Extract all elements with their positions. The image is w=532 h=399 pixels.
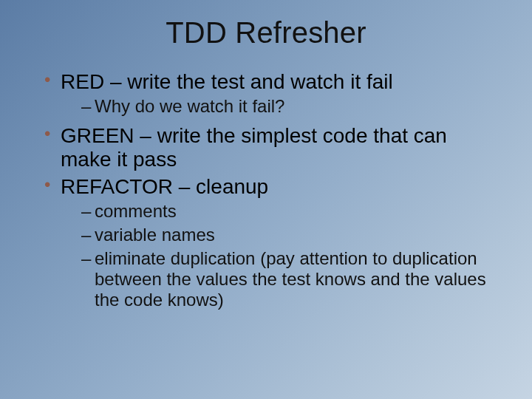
- bullet-green: GREEN – write the simplest code that can…: [44, 124, 501, 171]
- bullet-keyword: RED: [61, 70, 104, 93]
- slide-title: TDD Refresher: [31, 16, 501, 50]
- sub-item: Why do we watch it fail?: [81, 96, 501, 117]
- bullet-rest: – write the test and watch it fail: [104, 70, 393, 93]
- bullet-refactor: REFACTOR – cleanup comments variable nam…: [44, 175, 501, 310]
- sub-item: eliminate duplication (pay attention to …: [81, 248, 501, 310]
- sub-list: Why do we watch it fail?: [61, 96, 501, 117]
- sub-item: comments: [81, 201, 501, 222]
- sub-item: variable names: [81, 225, 501, 245]
- sub-list: comments variable names eliminate duplic…: [61, 201, 501, 310]
- bullet-red: RED – write the test and watch it fail W…: [44, 70, 501, 117]
- bullet-keyword: GREEN: [61, 124, 134, 147]
- bullet-rest: – cleanup: [173, 175, 268, 198]
- slide: TDD Refresher RED – write the test and w…: [0, 0, 532, 399]
- bullet-keyword: REFACTOR: [61, 175, 173, 198]
- bullet-list: RED – write the test and watch it fail W…: [31, 70, 501, 310]
